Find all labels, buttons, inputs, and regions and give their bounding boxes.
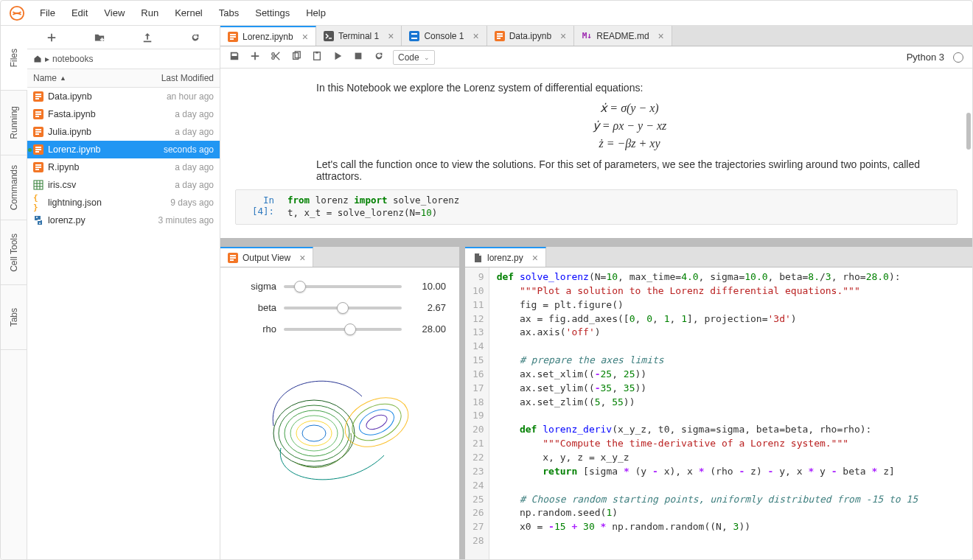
- svg-point-29: [355, 405, 398, 440]
- spreadsheet-icon: [33, 180, 43, 190]
- close-icon[interactable]: ×: [658, 31, 664, 41]
- file-row[interactable]: R.ipynba day ago: [27, 158, 220, 176]
- tab-lorenz-py[interactable]: lorenz.py ×: [465, 247, 546, 267]
- para-text: Let's call the function once to view the…: [316, 158, 943, 182]
- menu-settings[interactable]: Settings: [247, 1, 298, 26]
- file-row[interactable]: iris.csva day ago: [27, 176, 220, 194]
- cut-button[interactable]: [271, 51, 281, 63]
- file-row[interactable]: Lorenz.ipynbseconds ago: [27, 141, 220, 158]
- menu-file[interactable]: File: [32, 1, 63, 26]
- side-tab-commands[interactable]: Commands: [1, 155, 27, 220]
- slider-label: rho: [234, 323, 276, 335]
- scrollbar-thumb[interactable]: [966, 113, 971, 150]
- tab-lorenz-ipynb[interactable]: Lorenz.ipynb×: [220, 26, 316, 46]
- slider-value: 10.00: [409, 281, 446, 292]
- file-modified: a day ago: [175, 162, 214, 172]
- side-tab-running[interactable]: Running: [1, 91, 27, 155]
- tab-output-view[interactable]: Output View ×: [220, 247, 313, 267]
- markdown-icon: M↓: [582, 31, 592, 41]
- new-launcher-button[interactable]: [37, 27, 66, 49]
- interrupt-button[interactable]: [353, 51, 363, 63]
- notebook-pane: In this Notebook we explore the Lorenz s…: [220, 69, 972, 241]
- breadcrumb-segment[interactable]: notebooks: [52, 54, 93, 64]
- breadcrumb[interactable]: ▸ notebooks: [27, 49, 220, 69]
- notebook-icon: [33, 91, 43, 102]
- svg-point-23: [285, 410, 343, 456]
- close-icon[interactable]: ×: [473, 31, 479, 41]
- editor-gutter: 9 10 11 12 13 14 15 16 17 18 19 20 21 22…: [465, 267, 489, 559]
- svg-point-22: [279, 405, 349, 461]
- insert-cell-button[interactable]: [250, 51, 260, 63]
- file-modified: an hour ago: [167, 91, 214, 102]
- tab-terminal-1[interactable]: Terminal 1×: [316, 26, 402, 46]
- refresh-button[interactable]: [181, 27, 210, 49]
- save-button[interactable]: [229, 51, 240, 63]
- svg-point-26: [302, 425, 326, 441]
- slider-thumb[interactable]: [294, 281, 306, 293]
- close-icon[interactable]: ×: [532, 253, 538, 263]
- menu-help[interactable]: Help: [298, 1, 334, 26]
- side-tabs: FilesRunningCommandsCell ToolsTabs: [1, 26, 27, 559]
- run-button[interactable]: [332, 51, 343, 63]
- file-modified: a day ago: [175, 109, 214, 119]
- menu-kernel[interactable]: Kernel: [167, 1, 211, 26]
- close-icon[interactable]: ×: [299, 253, 305, 263]
- dock-area: Lorenz.ipynb×Terminal 1×Console 1×Data.i…: [220, 26, 972, 559]
- cell-code[interactable]: from lorenz import solve_lorenz t, x_t =…: [280, 190, 957, 224]
- output-view-panel: Output View × sigma10.00beta2.67rho28.00: [220, 247, 459, 559]
- slider-sigma[interactable]: sigma10.00: [234, 281, 446, 292]
- copy-button[interactable]: [291, 51, 301, 63]
- file-row[interactable]: Fasta.ipynba day ago: [27, 105, 220, 123]
- menu-view[interactable]: View: [96, 1, 133, 26]
- notebook-icon: [495, 31, 505, 41]
- slider-thumb[interactable]: [344, 323, 356, 335]
- slider-beta[interactable]: beta2.67: [234, 302, 446, 313]
- slider-rho[interactable]: rho28.00: [234, 323, 446, 335]
- close-icon[interactable]: ×: [302, 32, 308, 42]
- tab-readme-md[interactable]: M↓README.md×: [574, 26, 672, 46]
- slider-label: sigma: [234, 281, 276, 292]
- close-icon[interactable]: ×: [560, 31, 566, 41]
- paste-button[interactable]: [312, 51, 322, 63]
- file-browser-panel: ▸ notebooks Name▲ Last Modified Data.ipy…: [27, 26, 220, 559]
- kernel-name[interactable]: Python 3: [907, 52, 944, 63]
- side-tab-files[interactable]: Files: [1, 26, 27, 91]
- menubar: FileEditViewRunKernelTabsSettingsHelp: [1, 1, 972, 26]
- svg-rect-6: [34, 181, 43, 189]
- upload-button[interactable]: [133, 27, 162, 49]
- main-tab-bar: Lorenz.ipynb×Terminal 1×Console 1×Data.i…: [220, 26, 972, 46]
- markdown-cell[interactable]: In this Notebook we explore the Lorenz s…: [235, 82, 958, 182]
- file-name: Data.ipynb: [48, 91, 92, 102]
- slider-track[interactable]: [284, 328, 402, 331]
- running-indicator-icon: [28, 148, 32, 152]
- slider-track[interactable]: [284, 307, 402, 309]
- close-icon[interactable]: ×: [388, 31, 394, 41]
- file-name: lightning.json: [48, 197, 102, 208]
- file-row[interactable]: Julia.ipynba day ago: [27, 123, 220, 141]
- intro-text: In this Notebook we explore the Lorenz s…: [316, 82, 943, 94]
- slider-track[interactable]: [284, 285, 402, 288]
- file-row[interactable]: Data.ipynban hour ago: [27, 88, 220, 105]
- menu-tabs[interactable]: Tabs: [211, 1, 247, 26]
- new-folder-button[interactable]: [85, 27, 114, 49]
- file-row[interactable]: lorenz.py3 minutes ago: [27, 211, 220, 229]
- code-editor[interactable]: 9 10 11 12 13 14 15 16 17 18 19 20 21 22…: [465, 267, 972, 559]
- tab-data-ipynb[interactable]: Data.ipynb×: [487, 26, 575, 46]
- editor-body[interactable]: def solve_lorenz(N=10, max_time=4.0, sig…: [489, 267, 925, 559]
- menu-edit[interactable]: Edit: [63, 1, 96, 26]
- file-modified: seconds ago: [164, 144, 214, 155]
- col-name[interactable]: Name: [33, 73, 57, 83]
- code-cell[interactable]: In [4]: from lorenz import solve_lorenz …: [235, 189, 958, 225]
- restart-kernel-button[interactable]: [374, 51, 384, 63]
- cell-type-select[interactable]: Code ⌄: [393, 50, 435, 65]
- tab-console-1[interactable]: Console 1×: [402, 26, 486, 46]
- side-tab-cell-tools[interactable]: Cell Tools: [1, 220, 27, 285]
- side-tab-tabs[interactable]: Tabs: [1, 285, 27, 350]
- col-modified[interactable]: Last Modified: [161, 73, 214, 83]
- file-row[interactable]: { }lightning.json9 days ago: [27, 194, 220, 211]
- menu-run[interactable]: Run: [133, 1, 167, 26]
- svg-point-14: [272, 57, 275, 60]
- slider-label: beta: [234, 302, 276, 313]
- slider-thumb[interactable]: [337, 302, 349, 314]
- file-modified: 9 days ago: [170, 197, 214, 208]
